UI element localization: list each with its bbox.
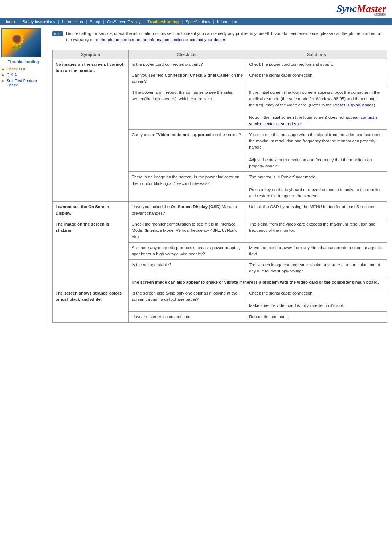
content-area: Note Before calling for service, check t… <box>47 25 392 326</box>
col-checklist: Check List <box>129 50 246 59</box>
checklist-cell-1-3: If the power is on, reboot the computer … <box>129 87 246 130</box>
arrow-icon-selftest: ► <box>1 79 5 83</box>
col-solutions: Solutions <box>246 50 387 59</box>
trouble-table: Symptom Check List Solutions No images o… <box>52 50 387 323</box>
checklist-cell-1-2: Can you see "No Connection, Check Signal… <box>129 70 246 87</box>
sidebar-image <box>1 28 41 57</box>
note-box: Note Before calling for service, check t… <box>52 29 387 45</box>
service-center-link[interactable]: contact a service center or your dealer. <box>249 115 377 126</box>
solution-cell-1-2: Check the signal cable connection. <box>246 70 387 87</box>
solution-cell-2-1: Unlock the OSD by pressing the MENU butt… <box>246 202 387 219</box>
solution-cell-3-3: The screen image can appear to shake or … <box>246 260 387 277</box>
symptom-cell-4: The screen shows strange colors or just … <box>53 288 129 322</box>
checklist-cell-4-2: Have the screen colors become <box>129 311 246 322</box>
solution-cell-1-3: If the initial screen (the login screen)… <box>246 87 387 130</box>
brand-monitor-label: Monitor <box>0 12 386 16</box>
nav-item-specifications[interactable]: Specifications <box>183 20 213 24</box>
nav-item-troubleshooting[interactable]: Troubleshooting <box>144 20 181 24</box>
brand-sync: Sync <box>336 3 357 14</box>
col-symptom: Symptom <box>53 50 129 59</box>
nav-item-index[interactable]: Index <box>3 20 19 24</box>
checklist-cell-3-2: Are there any magnetic products such as … <box>129 242 246 260</box>
table-row: No images on the screen. I cannot turn o… <box>53 59 387 70</box>
checklist-cell-4-1: Is the screen displaying only one color … <box>129 288 246 311</box>
checklist-cell-1-1: Is the power cord connected properly? <box>129 59 246 70</box>
sidebar-link-selftest[interactable]: ► Self-Test Feature Check <box>1 78 45 87</box>
symptom-cell-1: No images on the screen. I cannot turn o… <box>53 59 129 202</box>
sidebar-link-qa-label: Q & A <box>7 73 17 77</box>
solution-cell-1-5: The monitor is in PowerSaver mode. Press… <box>246 172 387 202</box>
solution-cell-1-1: Check the power cord connection and supp… <box>246 59 387 70</box>
logo-area: SyncMaster Monitor <box>0 0 392 18</box>
solution-cell-3-2: Move the monitor away from anything that… <box>246 242 387 260</box>
arrow-icon-checklist: ► <box>1 67 5 71</box>
nav-item-introduction[interactable]: Introduction <box>59 20 86 24</box>
sidebar-link-qa[interactable]: ► Q & A <box>1 73 45 77</box>
checklist-cell-2-1: Have you locked the On Screen Display (O… <box>129 202 246 219</box>
nav-bar: Index | Safety Instructions | Introducti… <box>0 18 392 25</box>
brand-logo: SyncMaster Monitor <box>0 8 386 16</box>
table-row: The image on the screen is shaking. Chec… <box>53 219 387 242</box>
note-text: Before calling for service, check the in… <box>66 31 387 43</box>
main-layout: Troubleshooting ► Check List ► Q & A ► S… <box>0 25 392 326</box>
solution-cell-3-1: The signal from the video card exceeds t… <box>246 219 387 242</box>
checklist-cell-1-5: There is no image on the screen. Is the … <box>129 172 246 202</box>
symptom-cell-2: I cannot see the On Screen Display. <box>53 202 129 219</box>
solution-cell-4-2: Reboot the computer. <box>246 311 387 322</box>
bold-note-cell: The screen image can also appear to shak… <box>129 277 387 288</box>
nav-item-on-screen-display[interactable]: On-Screen Display <box>104 20 143 24</box>
solution-cell-1-4: You can see this message when the signal… <box>246 129 387 172</box>
sidebar-title: Troubleshooting <box>1 60 45 64</box>
symptom-cell-3: The image on the screen is shaking. <box>53 219 129 288</box>
table-row: I cannot see the On Screen Display. Have… <box>53 202 387 219</box>
note-icon: Note <box>52 31 63 36</box>
sidebar: Troubleshooting ► Check List ► Q & A ► S… <box>0 25 47 326</box>
table-row: The screen shows strange colors or just … <box>53 288 387 311</box>
nav-item-safety-instructions[interactable]: Safety Instructions <box>20 20 58 24</box>
preset-display-modes-link[interactable]: Preset Display Modes <box>333 103 374 107</box>
nav-item-information[interactable]: Information <box>214 20 240 24</box>
sidebar-link-checklist-label: Check List <box>7 67 25 71</box>
sidebar-link-selftest-label: Self-Test Feature Check <box>7 78 45 87</box>
note-link[interactable]: the phone number on the Information sect… <box>101 37 226 42</box>
solution-cell-4-1: Check the signal cable connection. Make … <box>246 288 387 311</box>
sidebar-link-checklist[interactable]: ► Check List <box>1 67 45 71</box>
checklist-cell-3-3: Is the voltage stable? <box>129 260 246 277</box>
checklist-cell-3-1: Check the monitor configuration to see i… <box>129 219 246 242</box>
checklist-cell-1-4: Can you see "Video mode not supported" o… <box>129 129 246 172</box>
arrow-icon-qa: ► <box>1 73 5 77</box>
nav-item-setup[interactable]: Setup <box>87 20 103 24</box>
